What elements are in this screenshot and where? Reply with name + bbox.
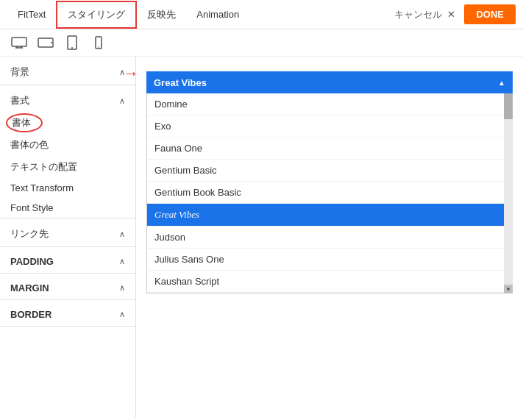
dropdown-scrollbar[interactable]: ▼: [504, 93, 513, 293]
margin-chevron: ∧: [119, 283, 125, 293]
main-content: 背景 ∧ 書式 ∧ 書体 書体の色 テキストの配置 Text Transform…: [0, 57, 523, 418]
tablet-landscape-icon[interactable]: [37, 35, 54, 50]
section-padding[interactable]: PADDING ∧: [0, 247, 135, 273]
padding-chevron: ∧: [119, 257, 125, 266]
tablet-portrait-icon[interactable]: [63, 35, 81, 50]
tab-styling[interactable]: スタイリング: [56, 1, 137, 29]
red-arrow-indicator: →: [120, 64, 139, 83]
link-chevron: ∧: [119, 229, 125, 239]
font-style-row[interactable]: Font Style: [0, 198, 135, 218]
scrollbar-thumb[interactable]: [504, 93, 513, 119]
font-item-kaushan-script[interactable]: Kaushan Script: [147, 271, 512, 293]
svg-rect-0: [12, 38, 26, 46]
font-item-domine[interactable]: Domine: [147, 93, 512, 115]
border-chevron: ∧: [119, 310, 125, 319]
section-border[interactable]: BORDER ∧: [0, 300, 135, 326]
scrollbar-down-arrow[interactable]: ▼: [504, 285, 513, 293]
font-item-great-vibes[interactable]: Great Vibes Font Preview: [147, 204, 512, 227]
dropdown-container: Domine Exo Fauna One Gentium Basic Genti…: [146, 93, 513, 293]
tab-animation[interactable]: Animation: [186, 3, 249, 26]
font-item-julius-sans-one[interactable]: Julius Sans One: [147, 249, 512, 271]
font-color-row[interactable]: 書体の色: [0, 134, 135, 156]
font-dropdown-header[interactable]: Great Vibes ▲: [146, 71, 513, 93]
text-align-row[interactable]: テキストの配置: [0, 156, 135, 178]
left-panel: 背景 ∧ 書式 ∧ 書体 書体の色 テキストの配置 Text Transform…: [0, 57, 136, 418]
section-background[interactable]: 背景 ∧: [0, 57, 135, 85]
svg-point-9: [98, 46, 99, 48]
font-item-judson[interactable]: Judson: [147, 227, 512, 249]
font-dropdown-list: Domine Exo Fauna One Gentium Basic Genti…: [146, 93, 513, 293]
font-item-fauna-one[interactable]: Fauna One: [147, 138, 512, 160]
tab-fittext[interactable]: FitText: [7, 3, 56, 26]
desktop-icon[interactable]: [10, 35, 28, 50]
font-family-row[interactable]: 書体: [0, 113, 135, 132]
svg-point-5: [51, 42, 52, 43]
done-button[interactable]: DONE: [464, 4, 516, 24]
dropdown-scroll-arrow-up: ▲: [498, 79, 505, 87]
mobile-icon[interactable]: [90, 35, 107, 50]
nav-right-actions: キャンセル ✕ DONE: [394, 4, 516, 24]
font-item-exo[interactable]: Exo: [147, 115, 512, 138]
section-margin[interactable]: MARGIN ∧: [0, 274, 135, 299]
typography-chevron: ∧: [119, 96, 125, 106]
section-typography[interactable]: 書式 ∧: [0, 85, 135, 113]
font-item-gentium-book-basic[interactable]: Gentium Book Basic: [147, 182, 512, 204]
svg-point-7: [71, 47, 73, 49]
top-navigation: FitText スタイリング 反映先 Animation キャンセル ✕ DON…: [0, 0, 523, 29]
section-link[interactable]: リンク先 ∧: [0, 218, 135, 246]
font-item-gentium-basic[interactable]: Gentium Basic: [147, 160, 512, 182]
right-panel: → Great Vibes ▲ Domine Exo Fauna One Gen…: [136, 57, 523, 418]
tab-haneisakii[interactable]: 反映先: [137, 2, 186, 27]
cancel-button[interactable]: キャンセル ✕: [394, 8, 456, 21]
device-icon-row: [0, 29, 523, 57]
text-transform-row[interactable]: Text Transform: [0, 178, 135, 198]
